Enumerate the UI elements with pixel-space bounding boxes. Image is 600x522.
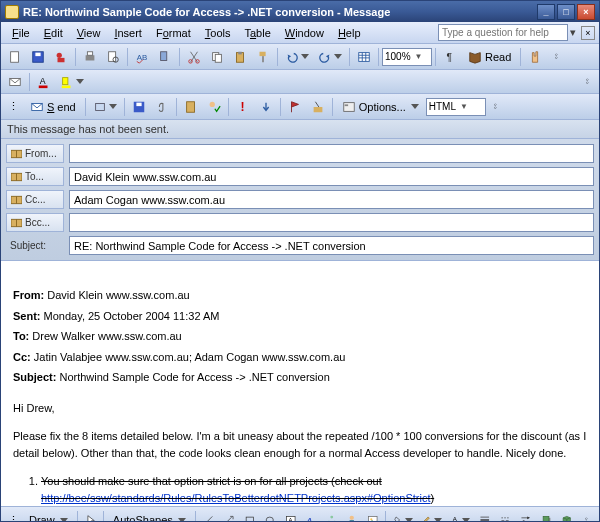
- hand-button[interactable]: [524, 47, 546, 67]
- font-color-draw-button[interactable]: A: [447, 510, 475, 522]
- show-hide-button[interactable]: ¶: [439, 47, 461, 67]
- body-subject-label: Subject:: [13, 371, 56, 383]
- print-preview-button[interactable]: [102, 47, 124, 67]
- envelope-button[interactable]: [4, 72, 26, 92]
- arrow-button[interactable]: [219, 510, 239, 522]
- bcc-button[interactable]: Bcc...: [6, 213, 64, 232]
- fill-color-button[interactable]: [389, 510, 417, 522]
- cc-button[interactable]: Cc...: [6, 190, 64, 209]
- subject-input[interactable]: [69, 236, 594, 255]
- svg-text:A: A: [288, 517, 292, 522]
- wordart-button[interactable]: A: [301, 510, 321, 522]
- diagram-button[interactable]: [322, 510, 342, 522]
- from-input[interactable]: [69, 144, 594, 163]
- separator: [228, 98, 229, 116]
- svg-rect-14: [215, 54, 221, 62]
- doc-close-button[interactable]: ×: [581, 26, 595, 40]
- draw-menu[interactable]: Draw: [23, 512, 74, 522]
- help-search-input[interactable]: [438, 24, 568, 41]
- research-button[interactable]: [154, 47, 176, 67]
- cut-button[interactable]: [183, 47, 205, 67]
- send-button[interactable]: Send: [24, 98, 82, 116]
- save-button[interactable]: [27, 47, 49, 67]
- menu-insert[interactable]: Insert: [107, 25, 149, 41]
- svg-text:A: A: [306, 516, 313, 522]
- insert-table-button[interactable]: [353, 47, 375, 67]
- options-button[interactable]: Options...: [336, 98, 425, 116]
- svg-text:A: A: [40, 75, 46, 85]
- shadow-button[interactable]: [537, 510, 557, 522]
- options-label: Options...: [359, 101, 406, 113]
- zoom-select[interactable]: 100%▼: [382, 48, 432, 66]
- body-sent-value: Monday, 25 October 2004 11:32 AM: [44, 310, 220, 322]
- menu-window[interactable]: Window: [278, 25, 331, 41]
- spellcheck-button[interactable]: AB: [131, 47, 153, 67]
- body-link[interactable]: http://bee/ssw/standards/Rules/RulesToBe…: [41, 492, 430, 504]
- importance-high-button[interactable]: !: [232, 97, 254, 117]
- read-button[interactable]: Read: [462, 48, 517, 66]
- address-book-button[interactable]: [180, 97, 202, 117]
- format-select[interactable]: HTML▼: [426, 98, 486, 116]
- highlight-button[interactable]: [56, 72, 88, 92]
- line-style-button[interactable]: [475, 510, 495, 522]
- toolbar-options-icon[interactable]: ⦂: [578, 72, 596, 92]
- check-names-button[interactable]: [203, 97, 225, 117]
- font-color-button[interactable]: A: [33, 72, 55, 92]
- separator: [435, 48, 436, 66]
- rectangle-button[interactable]: [240, 510, 260, 522]
- bcc-input[interactable]: [69, 213, 594, 232]
- read-label: Read: [485, 51, 511, 63]
- line-color-button[interactable]: [418, 510, 446, 522]
- picture-button[interactable]: [363, 510, 383, 522]
- to-button[interactable]: To...: [6, 167, 64, 186]
- svg-rect-39: [344, 104, 348, 106]
- menu-edit[interactable]: Edit: [37, 25, 70, 41]
- minimize-button[interactable]: _: [537, 4, 555, 20]
- body-cc-label: Cc:: [13, 351, 31, 363]
- oval-button[interactable]: [260, 510, 280, 522]
- menu-view[interactable]: View: [70, 25, 108, 41]
- grip-icon: ⋮: [4, 510, 22, 522]
- undo-button[interactable]: [281, 47, 313, 67]
- help-dropdown-icon[interactable]: ▾: [568, 26, 578, 39]
- menu-help[interactable]: Help: [331, 25, 368, 41]
- menu-table[interactable]: Table: [237, 25, 277, 41]
- autoshapes-menu[interactable]: AutoShapes: [107, 512, 192, 522]
- from-button[interactable]: From...: [6, 144, 64, 163]
- permission-button[interactable]: [50, 47, 72, 67]
- dash-style-button[interactable]: [496, 510, 516, 522]
- menu-bar: File Edit View Insert Format Tools Table…: [1, 22, 599, 44]
- separator: [77, 511, 78, 522]
- toolbar-options-icon[interactable]: ⦂: [487, 97, 505, 117]
- 3d-button[interactable]: [557, 510, 577, 522]
- print-button[interactable]: [79, 47, 101, 67]
- toolbar-options-icon[interactable]: ⦂: [547, 47, 565, 67]
- menu-tools[interactable]: Tools: [198, 25, 238, 41]
- maximize-button[interactable]: □: [557, 4, 575, 20]
- cc-input[interactable]: [69, 190, 594, 209]
- new-button[interactable]: [4, 47, 26, 67]
- copy-button[interactable]: [206, 47, 228, 67]
- select-objects-button[interactable]: [81, 510, 101, 522]
- redo-button[interactable]: [314, 47, 346, 67]
- importance-low-button[interactable]: [255, 97, 277, 117]
- attach-button[interactable]: [151, 97, 173, 117]
- menu-format[interactable]: Format: [149, 25, 198, 41]
- textbox-button[interactable]: A: [281, 510, 301, 522]
- paste-button[interactable]: [229, 47, 251, 67]
- save-draft-button[interactable]: [128, 97, 150, 117]
- flag-button[interactable]: [284, 97, 306, 117]
- close-button[interactable]: ×: [577, 4, 595, 20]
- arrow-style-button[interactable]: [516, 510, 536, 522]
- message-body[interactable]: From: David Klein www.ssw.com.au Sent: M…: [1, 261, 599, 507]
- line-button[interactable]: [199, 510, 219, 522]
- to-input[interactable]: [69, 167, 594, 186]
- menu-file[interactable]: File: [5, 25, 37, 41]
- signature-button[interactable]: [307, 97, 329, 117]
- toolbar-options-icon[interactable]: ⦂: [578, 510, 596, 522]
- accounts-button[interactable]: [89, 97, 121, 117]
- clipart-button[interactable]: [342, 510, 362, 522]
- svg-rect-60: [368, 516, 377, 522]
- format-painter-button[interactable]: [252, 47, 274, 67]
- svg-rect-34: [186, 101, 194, 112]
